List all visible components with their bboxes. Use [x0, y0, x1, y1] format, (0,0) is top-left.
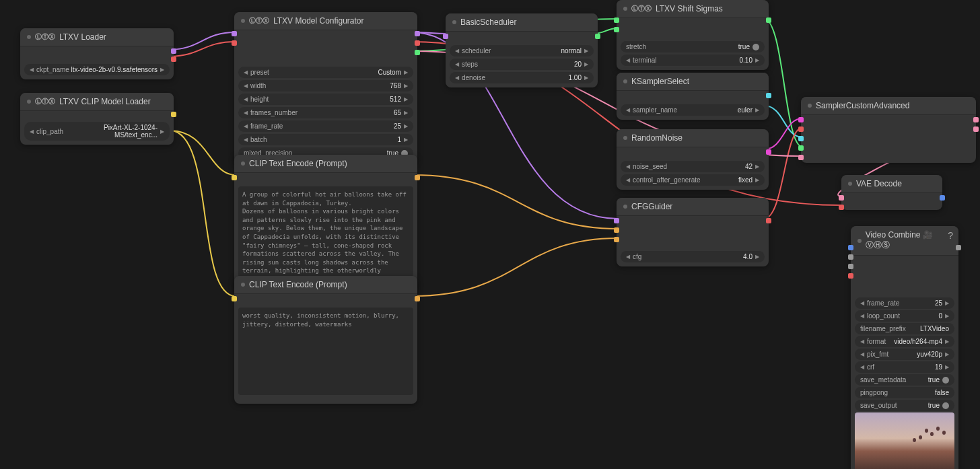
param-ckpt-name[interactable]: ◀ ckpt_name ltx-video-2b-v0.9.safetensor…: [24, 64, 170, 75]
input-port-model[interactable]: [443, 34, 448, 39]
input-port-vae[interactable]: [848, 273, 853, 279]
param-sampler-name[interactable]: ◀sampler_nameeuler▶: [621, 104, 765, 116]
param-frame-rate[interactable]: ◀frame_rate25▶: [238, 120, 413, 132]
input-port-sampler[interactable]: [798, 136, 804, 141]
output-port-noise[interactable]: [766, 149, 771, 155]
node-header[interactable]: VAE Decode: [841, 175, 942, 193]
input-port-sigmas[interactable]: [798, 145, 804, 151]
node-clip-text-encode-negative[interactable]: CLIP Text Encode (Prompt) worst quality,…: [234, 276, 417, 404]
input-port-meta[interactable]: [848, 264, 853, 269]
param-pix-fmt[interactable]: ◀pix_fmtyuv420p▶: [855, 349, 954, 360]
param-frame-rate[interactable]: ◀frame_rate25▶: [855, 297, 954, 309]
output-port-model[interactable]: [171, 48, 176, 54]
node-header[interactable]: RandomNoise: [617, 129, 769, 147]
collapse-dot[interactable]: [623, 205, 627, 209]
output-port-sigmas[interactable]: [595, 34, 600, 39]
output-port-latent[interactable]: [415, 50, 420, 55]
node-clip-loader[interactable]: ⓁⓉⓍ LTXV CLIP Model Loader ◀ clip_path P…: [20, 93, 174, 145]
param-cfg[interactable]: ◀cfg4.0▶: [621, 251, 765, 262]
param-terminal[interactable]: ◀terminal0.10▶: [621, 55, 765, 66]
node-header[interactable]: ⓁⓉⓍ LTXV CLIP Model Loader: [20, 93, 174, 111]
node-header[interactable]: CLIP Text Encode (Prompt): [234, 155, 417, 173]
help-icon[interactable]: ?: [948, 230, 953, 241]
param-clip-path[interactable]: ◀ clip_path PixArt-XL-2-1024-MS/text_enc…: [24, 122, 170, 141]
param-scheduler[interactable]: ◀schedulernormal▶: [450, 45, 594, 57]
node-video-combine[interactable]: Video Combine 🎥ⓋⒽⓈ ? ◀frame_rate25▶ ◀loo…: [851, 226, 958, 469]
collapse-dot[interactable]: [452, 20, 456, 24]
input-port-clip[interactable]: [232, 175, 237, 180]
input-port-model[interactable]: [614, 218, 619, 223]
input-port-positive[interactable]: [614, 227, 619, 233]
output-port-denoised[interactable]: [973, 127, 979, 132]
output-port-guider[interactable]: [766, 218, 771, 223]
collapse-dot[interactable]: [241, 19, 245, 23]
node-ltxv-loader[interactable]: ⓁⓉⓍ LTXV Loader ◀ ckpt_name ltx-video-2b…: [20, 28, 174, 79]
node-header[interactable]: ⓁⓉⓍ LTXV Model Configurator: [234, 12, 417, 30]
param-crf[interactable]: ◀crf19▶: [855, 361, 954, 373]
param-batch[interactable]: ◀batch1▶: [238, 134, 413, 145]
collapse-dot[interactable]: [808, 104, 812, 108]
output-port-sigmas[interactable]: [766, 17, 771, 23]
param-height[interactable]: ◀height512▶: [238, 94, 413, 105]
output-port-clip[interactable]: [171, 112, 176, 117]
param-filename-prefix[interactable]: filename_prefixLTXVideo: [855, 323, 954, 334]
prompt-textarea[interactable]: A group of colorful hot air balloons tak…: [238, 186, 413, 288]
input-port-latent[interactable]: [798, 155, 804, 160]
input-port-latent[interactable]: [614, 27, 619, 32]
input-port-vae[interactable]: [839, 205, 844, 210]
node-header[interactable]: BasicScheduler: [446, 13, 598, 32]
node-header[interactable]: ⓁⓉⓍ LTXV Shift Sigmas: [617, 0, 769, 18]
output-port-output[interactable]: [973, 117, 979, 122]
node-clip-text-encode-positive[interactable]: CLIP Text Encode (Prompt) A group of col…: [234, 155, 417, 292]
node-header[interactable]: CLIP Text Encode (Prompt): [234, 276, 417, 294]
param-denoise[interactable]: ◀denoise1.00▶: [450, 72, 594, 83]
input-port-sigmas[interactable]: [614, 17, 619, 23]
input-port-negative[interactable]: [614, 237, 619, 242]
node-basic-scheduler[interactable]: BasicScheduler ◀schedulernormal▶ ◀steps2…: [446, 13, 598, 87]
param-width[interactable]: ◀width768▶: [238, 80, 413, 92]
output-port-model[interactable]: [415, 31, 420, 36]
node-random-noise[interactable]: RandomNoise ◀noise_seed42▶ ◀control_afte…: [617, 129, 769, 190]
output-port-sampler[interactable]: [766, 93, 771, 98]
collapse-dot[interactable]: [623, 7, 627, 11]
input-port-samples[interactable]: [839, 195, 844, 201]
node-cfg-guider[interactable]: CFGGuider ◀cfg4.0▶: [617, 198, 769, 266]
param-stretch[interactable]: stretchtrue: [621, 41, 765, 52]
node-header[interactable]: CFGGuider: [617, 198, 769, 216]
param-pingpong[interactable]: pingpongfalse: [855, 387, 954, 398]
prompt-textarea[interactable]: worst quality, inconsistent motion, blur…: [238, 308, 413, 395]
param-loop-count[interactable]: ◀loop_count0▶: [855, 310, 954, 322]
node-header[interactable]: Video Combine 🎥ⓋⒽⓈ ?: [851, 226, 958, 256]
collapse-dot[interactable]: [241, 283, 245, 287]
collapse-dot[interactable]: [623, 136, 627, 140]
param-save-metadata[interactable]: save_metadatatrue: [855, 374, 954, 386]
input-port-noise[interactable]: [798, 117, 804, 122]
output-port-vae[interactable]: [415, 40, 420, 46]
collapse-dot[interactable]: [241, 161, 245, 166]
node-header[interactable]: ⓁⓉⓍ LTXV Loader: [20, 28, 174, 46]
output-port-image[interactable]: [940, 195, 945, 201]
input-port-clip[interactable]: [232, 296, 237, 301]
param-format[interactable]: ◀formatvideo/h264-mp4▶: [855, 336, 954, 347]
input-port-vae[interactable]: [232, 40, 237, 46]
node-shift-sigmas[interactable]: ⓁⓉⓍ LTXV Shift Sigmas stretchtrue ◀termi…: [617, 0, 769, 70]
input-port-audio[interactable]: [848, 254, 853, 260]
input-port-images[interactable]: [848, 245, 853, 250]
collapse-dot[interactable]: [858, 239, 862, 243]
collapse-dot[interactable]: [623, 79, 627, 83]
node-header[interactable]: SamplerCustomAdvanced: [801, 97, 976, 115]
node-vae-decode[interactable]: VAE Decode: [841, 175, 942, 210]
output-port-conditioning[interactable]: [415, 175, 420, 180]
video-preview[interactable]: [855, 412, 954, 469]
param-frames-number[interactable]: ◀frames_number65▶: [238, 107, 413, 118]
collapse-dot[interactable]: [27, 35, 31, 39]
collapse-dot[interactable]: [27, 100, 31, 104]
output-port-conditioning[interactable]: [415, 296, 420, 301]
node-header[interactable]: KSamplerSelect: [617, 73, 769, 91]
param-noise-seed[interactable]: ◀noise_seed42▶: [621, 161, 765, 172]
input-port-guider[interactable]: [798, 127, 804, 132]
output-port-filenames[interactable]: [956, 245, 961, 250]
node-model-configurator[interactable]: ⓁⓉⓍ LTXV Model Configurator ◀presetCusto…: [234, 12, 417, 163]
output-port-vae[interactable]: [171, 57, 176, 62]
input-port-model[interactable]: [232, 31, 237, 36]
